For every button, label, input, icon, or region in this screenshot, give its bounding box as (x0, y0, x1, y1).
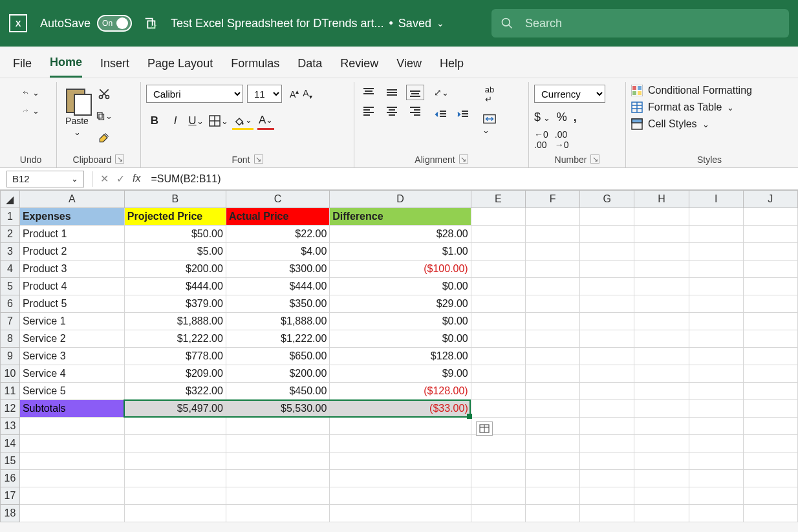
align-right-button[interactable] (406, 103, 424, 118)
tab-formulas[interactable]: Formulas (231, 57, 279, 77)
cell-J12[interactable] (743, 400, 797, 418)
cell-H6[interactable] (634, 295, 689, 313)
cell-H7[interactable] (634, 313, 689, 330)
cell-D13[interactable] (330, 418, 471, 435)
cell-D4[interactable]: ($100.00) (330, 261, 471, 278)
cell-H14[interactable] (634, 435, 689, 452)
cell-E9[interactable] (471, 348, 525, 365)
cell-A15[interactable] (19, 452, 124, 470)
cell-F5[interactable] (525, 278, 579, 295)
cell-I9[interactable] (689, 348, 743, 365)
cell-A9[interactable]: Service 3 (19, 348, 124, 365)
cell-E3[interactable] (471, 243, 525, 261)
column-header-E[interactable]: E (471, 191, 525, 208)
row-header-13[interactable]: 13 (1, 418, 20, 435)
cell-A17[interactable] (19, 487, 124, 505)
cell-C1[interactable]: Actual Price (226, 208, 329, 226)
chevron-down-icon[interactable]: ⌄ (71, 174, 78, 184)
cell-J13[interactable] (743, 418, 797, 435)
cell-G13[interactable] (580, 418, 634, 435)
cell-G4[interactable] (580, 261, 634, 278)
increase-decimal-button[interactable]: ←0.00 (534, 129, 548, 150)
cell-B17[interactable] (124, 487, 226, 505)
column-header-A[interactable]: A (19, 191, 124, 208)
cell-H13[interactable] (634, 418, 689, 435)
decrease-font-button[interactable]: A▾ (303, 88, 312, 100)
column-header-C[interactable]: C (226, 191, 329, 208)
cell-I8[interactable] (689, 330, 743, 348)
cell-D10[interactable]: $9.00 (330, 365, 471, 383)
italic-button[interactable]: I (167, 112, 184, 130)
cell-F12[interactable] (525, 400, 579, 418)
cell-A1[interactable]: Expenses (19, 208, 124, 226)
cell-D6[interactable]: $29.00 (330, 295, 471, 313)
cell-C14[interactable] (226, 435, 329, 452)
cell-C6[interactable]: $350.00 (226, 295, 329, 313)
cell-J15[interactable] (743, 452, 797, 470)
row-header-6[interactable]: 6 (1, 295, 20, 313)
column-header-H[interactable]: H (634, 191, 689, 208)
enter-formula-button[interactable]: ✓ (116, 173, 125, 185)
cell-B1[interactable]: Projected Price (124, 208, 226, 226)
cell-C17[interactable] (226, 487, 329, 505)
format-painter-button[interactable] (96, 130, 113, 145)
row-header-2[interactable]: 2 (1, 226, 20, 243)
cell-F1[interactable] (525, 208, 579, 226)
cell-G17[interactable] (580, 487, 634, 505)
sync-icon[interactable] (142, 16, 158, 31)
cell-G11[interactable] (580, 383, 634, 400)
cell-B6[interactable]: $379.00 (124, 295, 226, 313)
cell-A2[interactable]: Product 1 (19, 226, 124, 243)
cell-E10[interactable] (471, 365, 525, 383)
cell-A6[interactable]: Product 5 (19, 295, 124, 313)
cell-C3[interactable]: $4.00 (226, 243, 329, 261)
increase-indent-button[interactable] (454, 107, 472, 122)
cell-A3[interactable]: Product 2 (19, 243, 124, 261)
cell-C10[interactable]: $200.00 (226, 365, 329, 383)
underline-button[interactable]: U ⌄ (188, 112, 204, 130)
column-header-I[interactable]: I (689, 191, 743, 208)
cell-J4[interactable] (743, 261, 797, 278)
cell-D18[interactable] (330, 505, 471, 522)
cell-D2[interactable]: $28.00 (330, 226, 471, 243)
cell-I1[interactable] (689, 208, 743, 226)
font-color-button[interactable]: A ⌄ (257, 112, 274, 130)
cell-A12[interactable]: Subtotals (19, 400, 124, 418)
cell-G7[interactable] (580, 313, 634, 330)
cell-I11[interactable] (689, 383, 743, 400)
cell-C12[interactable]: $5,530.00 (226, 400, 329, 418)
align-middle-button[interactable] (383, 85, 401, 100)
format-as-table-button[interactable]: Format as Table⌄ (631, 101, 752, 113)
align-bottom-button[interactable] (406, 85, 424, 100)
cell-C4[interactable]: $300.00 (226, 261, 329, 278)
cell-H5[interactable] (634, 278, 689, 295)
tab-insert[interactable]: Insert (100, 57, 129, 77)
cell-B18[interactable] (124, 505, 226, 522)
cell-C8[interactable]: $1,222.00 (226, 330, 329, 348)
cell-G18[interactable] (580, 505, 634, 522)
cell-C7[interactable]: $1,888.00 (226, 313, 329, 330)
align-left-button[interactable] (360, 103, 378, 118)
redo-button[interactable]: ⌄ (23, 103, 39, 118)
cell-C15[interactable] (226, 452, 329, 470)
search-box[interactable]: Search (491, 9, 789, 37)
borders-button[interactable]: ⌄ (208, 112, 228, 130)
column-header-F[interactable]: F (525, 191, 579, 208)
cell-E6[interactable] (471, 295, 525, 313)
cell-D15[interactable] (330, 452, 471, 470)
number-format-select[interactable]: Currency (534, 85, 605, 103)
cell-D17[interactable] (330, 487, 471, 505)
fill-color-button[interactable]: ⌄ (232, 112, 253, 130)
cell-J2[interactable] (743, 226, 797, 243)
cell-C16[interactable] (226, 470, 329, 487)
cell-C2[interactable]: $22.00 (226, 226, 329, 243)
cell-B13[interactable] (124, 418, 226, 435)
tab-review[interactable]: Review (340, 57, 378, 77)
cell-I4[interactable] (689, 261, 743, 278)
cell-F3[interactable] (525, 243, 579, 261)
font-name-select[interactable]: Calibri (146, 85, 243, 103)
autosave-toggle[interactable]: On (97, 15, 132, 32)
cell-I5[interactable] (689, 278, 743, 295)
align-top-button[interactable] (360, 85, 378, 100)
cell-H18[interactable] (634, 505, 689, 522)
